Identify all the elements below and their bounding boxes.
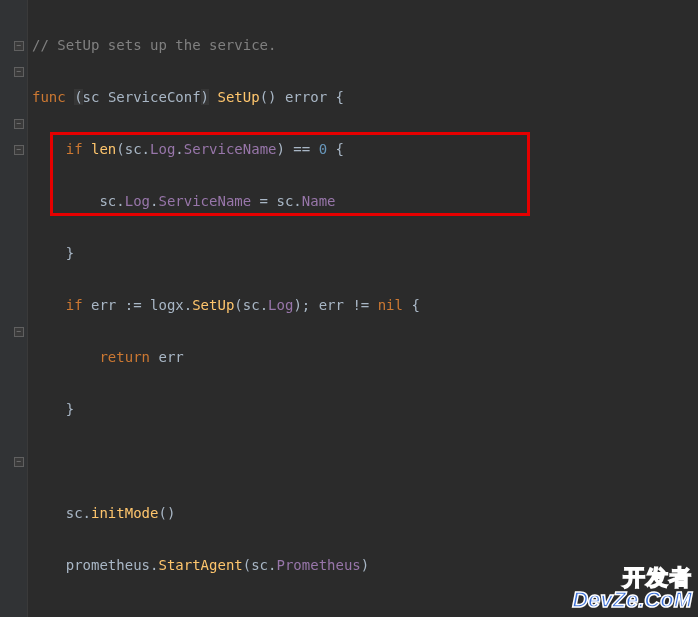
- code-line: sc.Log.ServiceName = sc.Name: [32, 188, 698, 214]
- code-line: // SetUp sets up the service.: [32, 32, 698, 58]
- fold-marker[interactable]: −: [14, 457, 24, 467]
- fold-marker[interactable]: −: [14, 145, 24, 155]
- code-line: return err: [32, 344, 698, 370]
- code-line: if err := logx.SetUp(sc.Log); err != nil…: [32, 292, 698, 318]
- fold-marker[interactable]: −: [14, 41, 24, 51]
- code-line: }: [32, 240, 698, 266]
- fold-marker[interactable]: −: [14, 67, 24, 77]
- code-line: sc.initMode(): [32, 500, 698, 526]
- code-line: [32, 604, 698, 617]
- code-editor[interactable]: // SetUp sets up the service. func (sc S…: [32, 6, 698, 617]
- fold-marker[interactable]: −: [14, 327, 24, 337]
- code-line: func (sc ServiceConf) SetUp() error {: [32, 84, 698, 110]
- fold-marker[interactable]: −: [14, 119, 24, 129]
- code-line: [32, 448, 698, 474]
- comment-text: // SetUp sets up the service.: [32, 37, 276, 53]
- code-line: prometheus.StartAgent(sc.Prometheus): [32, 552, 698, 578]
- code-line: if len(sc.Log.ServiceName) == 0 {: [32, 136, 698, 162]
- gutter: − − − − − −: [0, 0, 28, 617]
- code-line: }: [32, 396, 698, 422]
